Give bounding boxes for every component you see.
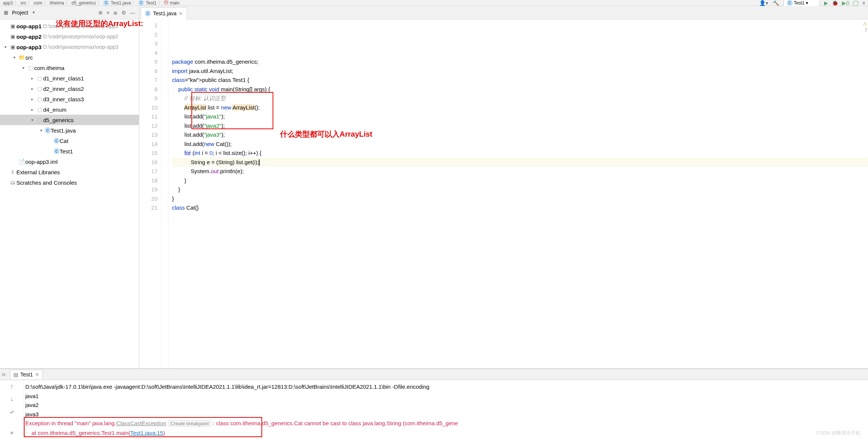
chevron-icon[interactable]: ▸ — [29, 107, 36, 112]
chevron-icon[interactable]: ▾ — [29, 118, 36, 123]
sidebar-header: ▦ Project ▼ ⊕ ≡ ≣ ⚙ — — [0, 6, 139, 19]
mod-icon: ▣ — [9, 23, 16, 29]
pkg-icon: ▢ — [36, 86, 43, 92]
tree-item-test1-java[interactable]: ▾CTest1.java — [0, 125, 139, 136]
crumb[interactable]: Test1.java — [111, 0, 131, 6]
pkg-icon: ▢ — [36, 96, 43, 102]
crumb[interactable]: com — [34, 0, 42, 6]
annotation-no-generics: 没有使用泛型的ArrayList: — [56, 19, 139, 29]
run-tab-label: Test1 — [20, 372, 33, 378]
stop-button[interactable]: ■ — [862, 0, 865, 6]
tree-item-test1[interactable]: CTest1 — [0, 146, 139, 156]
more-icon[interactable]: » — [10, 429, 13, 436]
collapse-icon[interactable]: ≣ — [113, 10, 118, 16]
warning-count: 7 — [865, 28, 867, 33]
build-icon[interactable]: 🔨 — [773, 0, 779, 6]
close-icon[interactable]: ✕ — [35, 372, 39, 378]
class-icon: C — [103, 0, 109, 6]
annotation-any-type: 什么类型都可以入ArrayList — [280, 130, 372, 139]
class-icon: C — [54, 138, 60, 144]
pkg-icon: ▢ — [36, 106, 43, 112]
code-lines[interactable]: 什么类型都可以入ArrayList package com.itheima.d5… — [168, 19, 868, 368]
watermark: CSDN @睡觉待开机 — [816, 429, 861, 438]
crumb[interactable]: main — [170, 0, 179, 6]
tree-item-scratches-and-consoles[interactable]: 🗂Scratches and Consoles — [0, 177, 139, 188]
run-tab[interactable]: ▤ Test1 ✕ — [10, 370, 43, 379]
chevron-icon[interactable]: ▾ — [11, 55, 18, 60]
up-icon[interactable]: ↑ — [10, 383, 13, 390]
sidebar-title[interactable]: Project — [12, 10, 28, 16]
hide-icon[interactable]: — — [130, 10, 135, 16]
fold-column — [162, 19, 168, 368]
tree-label: Scratches and Consoles — [16, 179, 77, 186]
tree-item-com-itheima[interactable]: ▾▢com.itheima — [0, 63, 139, 73]
locate-icon[interactable]: ⊕ — [98, 10, 103, 16]
tab-test1[interactable]: C Test1.java ✕ — [141, 7, 187, 19]
run-panel: n: ▤ Test1 ✕ ↑ ↓ ⤶ » D:\soft\Java\jdk-17… — [0, 368, 868, 439]
class-icon: C — [138, 0, 144, 6]
chevron-icon[interactable]: ▾ — [2, 45, 9, 50]
tree-label: oop-app3.iml — [25, 159, 58, 165]
exception-link[interactable]: ClassCastException — [116, 420, 166, 426]
debug-button[interactable]: 🐞 — [832, 0, 838, 6]
crumb[interactable]: src — [20, 0, 26, 6]
tree-item-d1-inner-class1[interactable]: ▸▢d1_inner_class1 — [0, 73, 139, 83]
tree-item-oop-app3[interactable]: ▾▣oop-app3D:\code\javasepromax\oop-app3 — [0, 42, 139, 52]
tree-label: d1_inner_class1 — [43, 75, 84, 82]
settings-icon[interactable]: ⚙ — [121, 10, 126, 16]
file-icon: 📄 — [18, 159, 25, 165]
run-button[interactable]: ▶ — [824, 0, 828, 6]
crumb[interactable]: app3 — [3, 0, 13, 6]
tree-item-cat[interactable]: CCat — [0, 136, 139, 146]
chevron-icon[interactable]: ▸ — [29, 97, 36, 102]
user-icon[interactable]: 👤▾ — [759, 0, 768, 6]
run-toolbar: ↑ ↓ ⤶ » — [0, 380, 24, 439]
tree-label: External Libraries — [16, 169, 60, 175]
editor-tabs: C Test1.java ✕ — [139, 6, 868, 19]
tree-label: src — [25, 54, 33, 61]
crumb[interactable]: d5_generics — [71, 0, 96, 6]
gutter: 1234▶5▶6789101112131415161718192021 — [139, 19, 162, 368]
crumb[interactable]: itheima — [50, 0, 64, 6]
console-output[interactable]: D:\soft\Java\jdk-17.0.1\bin\java.exe -ja… — [24, 380, 868, 439]
tree-item-oop-app2[interactable]: ▣oop-app2D:\code\javasepromax\oop-app2 — [0, 31, 139, 42]
wrap-icon[interactable]: ⤶ — [9, 408, 14, 416]
tree-label: oop-app3 — [16, 44, 42, 50]
chevron-icon[interactable]: ▾ — [20, 66, 27, 70]
tree-label: Cat — [60, 138, 68, 144]
pkg-icon: ▢ — [36, 117, 43, 123]
chevron-icon[interactable]: ▸ — [29, 76, 36, 81]
stack-link[interactable]: Test1.java:15 — [130, 430, 163, 436]
pkg-icon: ▢ — [36, 75, 43, 81]
tree-path: D:\code\javasepromax\oop-app2 — [43, 34, 118, 39]
profile-button[interactable]: ◯ — [853, 0, 859, 6]
tree-item-d3-inner-class3[interactable]: ▸▢d3_inner_class3 — [0, 94, 139, 104]
chevron-icon[interactable]: ▸ — [29, 86, 36, 91]
tree-item-external-libraries[interactable]: ⫴External Libraries — [0, 167, 139, 177]
tree-item-d2-inner-class2[interactable]: ▸▢d2_inner_class2 — [0, 83, 139, 94]
tree-label: d3_inner_class3 — [43, 96, 84, 102]
close-icon[interactable]: ✕ — [179, 11, 183, 16]
tree-item-src[interactable]: ▾📁src — [0, 52, 139, 63]
project-tree[interactable]: ▣oop-app1D:\code\javasepromax\oop-app1▣o… — [0, 19, 139, 189]
code-area[interactable]: 1234▶5▶6789101112131415161718192021 什么类型… — [139, 19, 868, 368]
crumb[interactable]: Test1 — [146, 0, 156, 6]
down-icon[interactable]: ↓ — [10, 396, 13, 403]
tree-label: oop-app2 — [16, 34, 42, 40]
pkg-icon: ▢ — [27, 65, 34, 71]
create-breakpoint-button[interactable]: Create breakpoint — [168, 420, 212, 427]
top-bar: app3〉 src〉 com〉 itheima〉 d5_generics〉 C … — [0, 0, 868, 6]
expand-icon[interactable]: ≡ — [106, 10, 109, 16]
tree-item-d4-enum[interactable]: ▸▢d4_enum — [0, 104, 139, 115]
chevron-icon[interactable]: ▾ — [38, 128, 45, 133]
tree-item-oop-app3-iml[interactable]: 📄oop-app3.iml — [0, 156, 139, 167]
tree-label: d5_generics — [43, 117, 74, 123]
mod-icon: ▣ — [9, 34, 16, 39]
warning-icon[interactable]: ⚠ — [863, 21, 867, 26]
scratch-icon: 🗂 — [9, 179, 16, 185]
lib-icon: ⫴ — [9, 169, 16, 175]
tree-label: com.itheima — [34, 65, 64, 71]
coverage-button[interactable]: ▶⎙ — [842, 0, 849, 6]
tab-label: Test1.java — [153, 10, 177, 16]
tree-item-d5-generics[interactable]: ▾▢d5_generics — [0, 115, 139, 125]
